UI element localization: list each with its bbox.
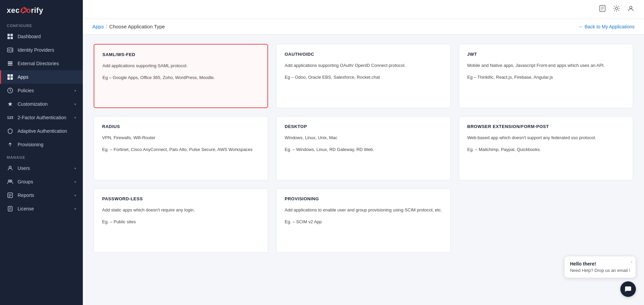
svg-rect-11 [7,74,10,77]
card-title: RADIUS [102,124,260,129]
logo-accent: ⌬ [20,6,26,15]
svg-rect-12 [10,74,13,77]
card-title: PASSWORD-LESS [102,196,260,201]
policies-icon [7,87,14,94]
svg-point-32 [630,6,632,9]
chevron-down-icon: ▾ [74,180,76,184]
card-title: DESKTOP [285,124,442,129]
sidebar-item-identity-providers[interactable]: Identity Providers [0,43,83,57]
chevron-down-icon: ▾ [74,194,76,197]
customization-icon [7,101,14,107]
user-icon[interactable] [627,5,635,14]
card-eg: Eg – Odoo, Oracle EBS, Salesforce, Rocke… [285,74,442,81]
app-card-desktop[interactable]: DESKTOP Windows, Linux, Unix, Mac Eg. – … [276,116,451,180]
breadcrumb-bar: Apps / Choose Application Type ← Back to… [83,19,644,34]
settings-icon[interactable] [613,5,620,14]
breadcrumb-separator: / [106,24,107,29]
chat-close-icon[interactable]: › [630,259,632,264]
card-eg: Eg. – Mailchimp, Paypal, Quickbooks. [467,146,625,153]
card-eg: Eg. – SCIM v2 App [285,219,442,226]
topbar [83,0,644,19]
sidebar-item-label: Policies [18,88,70,93]
app-card-browser-extension[interactable]: BROWSER EXTENSION/FORM-POST Web-based ap… [459,116,633,180]
app-card-oauth[interactable]: OAUTH/OIDC Add applications supporting O… [276,44,451,108]
sidebar-item-label: Adaptive Authentication [18,128,76,134]
sidebar-item-label: Provisioning [18,142,76,147]
app-card-saml[interactable]: SAML/WS-FED Add applications supporting … [94,44,268,108]
card-title: SAML/WS-FED [102,52,259,57]
sidebar-item-license[interactable]: License ▾ [0,202,83,215]
users-icon [7,165,14,172]
svg-point-17 [8,180,10,182]
sidebar-item-apps[interactable]: Apps [0,70,83,84]
chevron-down-icon: ▾ [74,207,76,211]
chat-title: Hello there! [570,261,630,266]
app-card-radius[interactable]: RADIUS VPN, Firewalls, Wifi-Router Eg. –… [94,116,268,180]
svg-rect-13 [7,77,10,80]
card-eg: Eg. – Windows, Linux, RD Gateway, RD Web… [285,146,442,153]
breadcrumb-apps-link[interactable]: Apps [92,24,104,29]
sidebar-item-label: Users [18,166,70,171]
sidebar-item-label: Identity Providers [18,47,76,53]
chat-open-button[interactable] [620,281,636,297]
app-card-passwordless[interactable]: PASSWORD-LESS Add static apps which does… [94,188,268,253]
svg-point-16 [9,166,11,168]
sidebar-item-external-directories[interactable]: External Directories [0,57,83,70]
external-directories-icon [7,60,14,67]
logo-text-after: rify [31,6,43,15]
svg-rect-3 [10,37,13,39]
reports-icon [7,192,14,199]
sidebar: xec⌬orify Configure Dashboard Identity P… [0,0,83,305]
svg-rect-1 [10,34,13,36]
svg-rect-0 [7,34,10,36]
2fa-icon: 123 [7,114,14,121]
sidebar-item-2fa[interactable]: 123 2-Factor Authentication ▾ [0,111,83,124]
dashboard-icon [7,33,14,40]
app-type-grid: SAML/WS-FED Add applications supporting … [94,44,633,253]
sidebar-item-label: 2-Factor Authentication [18,115,70,120]
card-title: JWT [467,52,625,57]
app-card-provisioning[interactable]: PROVISIONING Add applications to enable … [276,188,451,253]
chevron-down-icon: ▾ [74,116,76,120]
manage-label: Manage [0,151,83,161]
sidebar-item-customization[interactable]: Customization ▾ [0,97,83,111]
topbar-icons [599,5,635,14]
apps-icon [7,74,14,80]
card-title: BROWSER EXTENSION/FORM-POST [467,124,625,129]
logo: xec⌬orify [0,0,83,20]
sidebar-item-label: License [18,206,70,211]
sidebar-item-users[interactable]: Users ▾ [0,161,83,175]
sidebar-item-reports[interactable]: Reports ▾ [0,188,83,202]
sidebar-item-groups[interactable]: Groups ▾ [0,175,83,188]
sidebar-item-adaptive-auth[interactable]: Adaptive Authentication [0,124,83,138]
svg-rect-8 [8,61,13,62]
card-desc: Add static apps which doesn't require an… [102,207,260,214]
sidebar-item-label: Dashboard [18,34,76,39]
sidebar-item-provisioning[interactable]: Provisioning [0,138,83,151]
chat-widget: › Hello there! Need Help? Drop us an ema… [564,256,636,297]
breadcrumb: Apps / Choose Application Type [92,24,165,29]
svg-rect-4 [7,48,13,52]
back-to-applications-link[interactable]: ← Back to My Applications [578,24,635,29]
docs-icon[interactable] [599,5,606,14]
card-eg: Eg – Google Apps, Office 365, Zoho, Word… [102,74,259,81]
main-content: Apps / Choose Application Type ← Back to… [83,0,644,305]
svg-point-18 [10,180,12,182]
configure-label: Configure [0,20,83,30]
svg-rect-14 [10,77,13,80]
app-card-jwt[interactable]: JWT Mobile and Native apps, Javascript F… [459,44,633,108]
svg-point-5 [8,49,10,51]
card-eg: Eg. – Fortinet, Cisco AnyConnect, Palo A… [102,146,260,153]
sidebar-item-label: Reports [18,193,70,198]
card-desc: Add applications to enable user and grou… [285,207,442,214]
svg-rect-9 [8,63,13,64]
card-desc: Windows, Linux, Unix, Mac [285,134,442,142]
svg-rect-10 [8,65,13,66]
sidebar-item-policies[interactable]: Policies ▾ [0,84,83,97]
sidebar-item-label: Apps [18,74,76,80]
logo-text-accent: o [26,6,31,15]
breadcrumb-current: Choose Application Type [109,24,165,29]
license-icon [7,205,14,212]
logo-text-before: xec [7,6,20,15]
sidebar-item-dashboard[interactable]: Dashboard [0,30,83,43]
